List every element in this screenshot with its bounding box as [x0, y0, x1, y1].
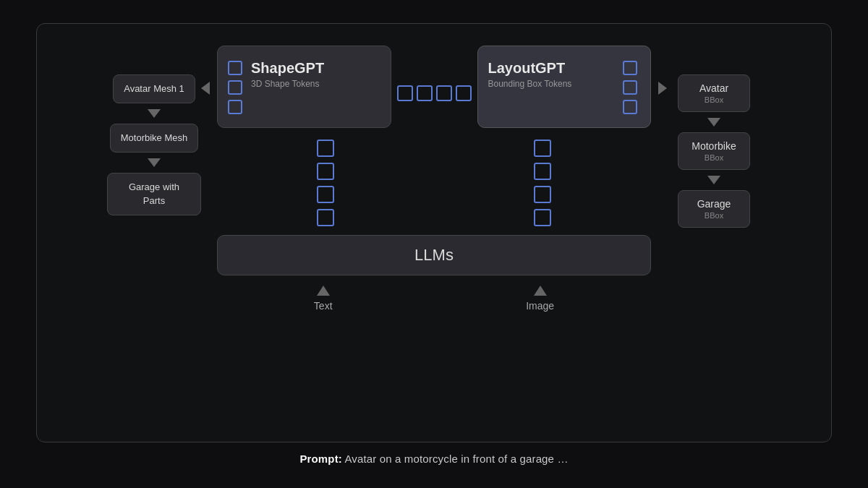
mid-right-token-4 — [534, 209, 551, 226]
layout-token-1 — [623, 61, 637, 75]
conn-token-4 — [456, 85, 472, 101]
image-label: Image — [526, 300, 554, 312]
avatar-bbox-box: Avatar BBox — [678, 74, 750, 112]
left-column: Avatar Mesh 1 Motorbike Mesh Garage with… — [107, 74, 201, 215]
mid-left-token-3 — [317, 186, 334, 203]
layout-token-3 — [623, 100, 637, 114]
shape-gpt-text: ShapeGPT 3D Shape Tokens — [251, 59, 324, 89]
main-container: Avatar Mesh 1 Motorbike Mesh Garage with… — [36, 23, 832, 442]
avatar-bbox-sublabel: BBox — [689, 95, 739, 104]
layout-gpt-subtitle: Bounding Box Tokens — [488, 79, 572, 89]
layout-gpt-text: LayoutGPT Bounding Box Tokens — [488, 59, 572, 89]
llms-bar: LLMs — [217, 235, 651, 275]
middle-tokens — [217, 140, 651, 226]
mid-right-token-2 — [534, 163, 551, 180]
shape-gpt-subtitle: 3D Shape Tokens — [251, 79, 324, 89]
image-input-item: Image — [526, 286, 554, 312]
mid-right-token-1 — [534, 140, 551, 157]
shape-token-2 — [228, 80, 242, 95]
shape-gpt-title: ShapeGPT — [251, 59, 324, 77]
prompt-text: Avatar on a motorcycle in front of a gar… — [342, 453, 569, 465]
conn-token-3 — [436, 85, 452, 101]
motorbike-bbox-sublabel: BBox — [689, 153, 739, 162]
layout-gpt-box: LayoutGPT Bounding Box Tokens — [477, 46, 652, 128]
shape-gpt-box: ShapeGPT 3D Shape Tokens — [217, 46, 391, 128]
left-token-col — [317, 140, 334, 226]
prompt-bold: Prompt: — [299, 453, 342, 465]
connector-tokens — [397, 59, 472, 128]
garage-bbox-sublabel: BBox — [689, 211, 739, 220]
image-arrow-up — [534, 286, 547, 296]
layout-gpt-title: LayoutGPT — [488, 59, 572, 77]
mid-right-token-3 — [534, 186, 551, 203]
arrow-right-icon — [658, 82, 667, 95]
garage-parts-box: Garage with Parts — [107, 173, 201, 215]
conn-token-2 — [417, 85, 433, 101]
right-token-col — [534, 140, 551, 226]
arrow-left-icon — [201, 82, 210, 95]
shape-token-squares — [228, 61, 242, 114]
arrow-down-1 — [148, 109, 161, 118]
right-arrow-connector — [658, 82, 667, 95]
garage-bbox-box: Garage BBox — [678, 190, 750, 228]
mid-left-token-2 — [317, 163, 334, 180]
conn-token-1 — [397, 85, 413, 101]
right-column: Avatar BBox Motorbike BBox Garage BBox — [667, 74, 761, 228]
mid-left-token-1 — [317, 140, 334, 157]
arrow-down-right-2 — [707, 176, 720, 184]
motorbike-bbox-box: Motorbike BBox — [678, 132, 750, 170]
center-column: ShapeGPT 3D Shape Tokens LayoutGPT Bound… — [217, 46, 651, 312]
shape-token-1 — [228, 61, 242, 75]
avatar-mesh-box: Avatar Mesh 1 — [113, 74, 195, 103]
top-panel: ShapeGPT 3D Shape Tokens LayoutGPT Bound… — [217, 46, 651, 128]
text-label: Text — [314, 300, 333, 312]
layout-token-squares — [623, 61, 637, 114]
input-arrows-row: Text Image — [217, 286, 651, 312]
layout-token-2 — [623, 80, 637, 95]
diagram-area: Avatar Mesh 1 Motorbike Mesh Garage with… — [51, 46, 817, 427]
shape-token-3 — [228, 100, 242, 114]
text-input-item: Text — [314, 286, 333, 312]
arrow-down-2 — [148, 158, 161, 167]
motorbike-mesh-box: Motorbike Mesh — [110, 124, 198, 153]
text-arrow-up — [317, 286, 330, 296]
left-arrow-connector — [201, 82, 210, 95]
mid-left-token-4 — [317, 209, 334, 226]
arrow-down-right-1 — [707, 118, 720, 127]
prompt-line: Prompt: Avatar on a motorcycle in front … — [299, 453, 568, 465]
